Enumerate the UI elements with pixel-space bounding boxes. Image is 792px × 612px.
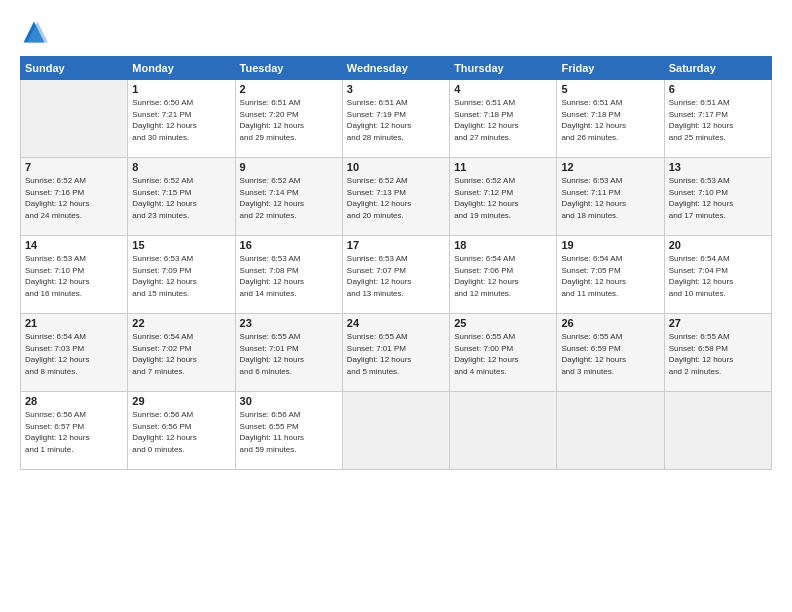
day-number: 20 bbox=[669, 239, 767, 251]
col-header-sunday: Sunday bbox=[21, 57, 128, 80]
calendar-cell: 12Sunrise: 6:53 AM Sunset: 7:11 PM Dayli… bbox=[557, 158, 664, 236]
day-info: Sunrise: 6:52 AM Sunset: 7:15 PM Dayligh… bbox=[132, 175, 230, 221]
day-number: 23 bbox=[240, 317, 338, 329]
calendar-cell bbox=[664, 392, 771, 470]
day-info: Sunrise: 6:54 AM Sunset: 7:02 PM Dayligh… bbox=[132, 331, 230, 377]
day-info: Sunrise: 6:51 AM Sunset: 7:19 PM Dayligh… bbox=[347, 97, 445, 143]
day-info: Sunrise: 6:52 AM Sunset: 7:14 PM Dayligh… bbox=[240, 175, 338, 221]
col-header-thursday: Thursday bbox=[450, 57, 557, 80]
calendar-cell: 6Sunrise: 6:51 AM Sunset: 7:17 PM Daylig… bbox=[664, 80, 771, 158]
calendar-table: SundayMondayTuesdayWednesdayThursdayFrid… bbox=[20, 56, 772, 470]
col-header-tuesday: Tuesday bbox=[235, 57, 342, 80]
col-header-friday: Friday bbox=[557, 57, 664, 80]
calendar-cell: 18Sunrise: 6:54 AM Sunset: 7:06 PM Dayli… bbox=[450, 236, 557, 314]
calendar-cell: 22Sunrise: 6:54 AM Sunset: 7:02 PM Dayli… bbox=[128, 314, 235, 392]
calendar-cell: 13Sunrise: 6:53 AM Sunset: 7:10 PM Dayli… bbox=[664, 158, 771, 236]
day-info: Sunrise: 6:55 AM Sunset: 6:58 PM Dayligh… bbox=[669, 331, 767, 377]
day-info: Sunrise: 6:50 AM Sunset: 7:21 PM Dayligh… bbox=[132, 97, 230, 143]
calendar-cell: 26Sunrise: 6:55 AM Sunset: 6:59 PM Dayli… bbox=[557, 314, 664, 392]
day-info: Sunrise: 6:53 AM Sunset: 7:10 PM Dayligh… bbox=[25, 253, 123, 299]
calendar-cell: 16Sunrise: 6:53 AM Sunset: 7:08 PM Dayli… bbox=[235, 236, 342, 314]
calendar-cell: 24Sunrise: 6:55 AM Sunset: 7:01 PM Dayli… bbox=[342, 314, 449, 392]
day-info: Sunrise: 6:56 AM Sunset: 6:57 PM Dayligh… bbox=[25, 409, 123, 455]
day-info: Sunrise: 6:55 AM Sunset: 7:01 PM Dayligh… bbox=[240, 331, 338, 377]
day-number: 4 bbox=[454, 83, 552, 95]
day-number: 8 bbox=[132, 161, 230, 173]
day-number: 19 bbox=[561, 239, 659, 251]
calendar-cell: 29Sunrise: 6:56 AM Sunset: 6:56 PM Dayli… bbox=[128, 392, 235, 470]
calendar-cell: 3Sunrise: 6:51 AM Sunset: 7:19 PM Daylig… bbox=[342, 80, 449, 158]
calendar-cell bbox=[342, 392, 449, 470]
day-number: 3 bbox=[347, 83, 445, 95]
day-info: Sunrise: 6:56 AM Sunset: 6:56 PM Dayligh… bbox=[132, 409, 230, 455]
calendar-cell: 5Sunrise: 6:51 AM Sunset: 7:18 PM Daylig… bbox=[557, 80, 664, 158]
calendar-cell: 17Sunrise: 6:53 AM Sunset: 7:07 PM Dayli… bbox=[342, 236, 449, 314]
day-info: Sunrise: 6:51 AM Sunset: 7:17 PM Dayligh… bbox=[669, 97, 767, 143]
week-row-3: 14Sunrise: 6:53 AM Sunset: 7:10 PM Dayli… bbox=[21, 236, 772, 314]
day-number: 28 bbox=[25, 395, 123, 407]
day-info: Sunrise: 6:53 AM Sunset: 7:07 PM Dayligh… bbox=[347, 253, 445, 299]
header-row: SundayMondayTuesdayWednesdayThursdayFrid… bbox=[21, 57, 772, 80]
day-info: Sunrise: 6:53 AM Sunset: 7:11 PM Dayligh… bbox=[561, 175, 659, 221]
day-number: 2 bbox=[240, 83, 338, 95]
day-info: Sunrise: 6:52 AM Sunset: 7:16 PM Dayligh… bbox=[25, 175, 123, 221]
calendar-cell: 4Sunrise: 6:51 AM Sunset: 7:18 PM Daylig… bbox=[450, 80, 557, 158]
week-row-1: 1Sunrise: 6:50 AM Sunset: 7:21 PM Daylig… bbox=[21, 80, 772, 158]
day-number: 10 bbox=[347, 161, 445, 173]
day-info: Sunrise: 6:52 AM Sunset: 7:12 PM Dayligh… bbox=[454, 175, 552, 221]
day-info: Sunrise: 6:55 AM Sunset: 7:01 PM Dayligh… bbox=[347, 331, 445, 377]
week-row-5: 28Sunrise: 6:56 AM Sunset: 6:57 PM Dayli… bbox=[21, 392, 772, 470]
calendar-cell bbox=[21, 80, 128, 158]
day-info: Sunrise: 6:54 AM Sunset: 7:04 PM Dayligh… bbox=[669, 253, 767, 299]
calendar-cell bbox=[450, 392, 557, 470]
calendar-cell: 27Sunrise: 6:55 AM Sunset: 6:58 PM Dayli… bbox=[664, 314, 771, 392]
day-info: Sunrise: 6:54 AM Sunset: 7:03 PM Dayligh… bbox=[25, 331, 123, 377]
day-number: 5 bbox=[561, 83, 659, 95]
day-number: 29 bbox=[132, 395, 230, 407]
logo-icon bbox=[20, 18, 48, 46]
col-header-monday: Monday bbox=[128, 57, 235, 80]
day-info: Sunrise: 6:56 AM Sunset: 6:55 PM Dayligh… bbox=[240, 409, 338, 455]
day-info: Sunrise: 6:55 AM Sunset: 6:59 PM Dayligh… bbox=[561, 331, 659, 377]
day-info: Sunrise: 6:55 AM Sunset: 7:00 PM Dayligh… bbox=[454, 331, 552, 377]
day-info: Sunrise: 6:53 AM Sunset: 7:10 PM Dayligh… bbox=[669, 175, 767, 221]
week-row-2: 7Sunrise: 6:52 AM Sunset: 7:16 PM Daylig… bbox=[21, 158, 772, 236]
day-number: 27 bbox=[669, 317, 767, 329]
calendar-cell: 21Sunrise: 6:54 AM Sunset: 7:03 PM Dayli… bbox=[21, 314, 128, 392]
calendar-cell: 15Sunrise: 6:53 AM Sunset: 7:09 PM Dayli… bbox=[128, 236, 235, 314]
day-number: 7 bbox=[25, 161, 123, 173]
day-number: 21 bbox=[25, 317, 123, 329]
logo bbox=[20, 18, 52, 46]
calendar-cell: 20Sunrise: 6:54 AM Sunset: 7:04 PM Dayli… bbox=[664, 236, 771, 314]
calendar-cell: 14Sunrise: 6:53 AM Sunset: 7:10 PM Dayli… bbox=[21, 236, 128, 314]
calendar-cell: 19Sunrise: 6:54 AM Sunset: 7:05 PM Dayli… bbox=[557, 236, 664, 314]
day-number: 14 bbox=[25, 239, 123, 251]
day-info: Sunrise: 6:54 AM Sunset: 7:06 PM Dayligh… bbox=[454, 253, 552, 299]
day-number: 12 bbox=[561, 161, 659, 173]
calendar-cell bbox=[557, 392, 664, 470]
calendar-cell: 9Sunrise: 6:52 AM Sunset: 7:14 PM Daylig… bbox=[235, 158, 342, 236]
day-number: 11 bbox=[454, 161, 552, 173]
calendar-cell: 28Sunrise: 6:56 AM Sunset: 6:57 PM Dayli… bbox=[21, 392, 128, 470]
calendar-cell: 2Sunrise: 6:51 AM Sunset: 7:20 PM Daylig… bbox=[235, 80, 342, 158]
day-info: Sunrise: 6:54 AM Sunset: 7:05 PM Dayligh… bbox=[561, 253, 659, 299]
week-row-4: 21Sunrise: 6:54 AM Sunset: 7:03 PM Dayli… bbox=[21, 314, 772, 392]
day-info: Sunrise: 6:53 AM Sunset: 7:08 PM Dayligh… bbox=[240, 253, 338, 299]
calendar-cell: 1Sunrise: 6:50 AM Sunset: 7:21 PM Daylig… bbox=[128, 80, 235, 158]
day-number: 6 bbox=[669, 83, 767, 95]
day-number: 25 bbox=[454, 317, 552, 329]
calendar-cell: 7Sunrise: 6:52 AM Sunset: 7:16 PM Daylig… bbox=[21, 158, 128, 236]
day-info: Sunrise: 6:51 AM Sunset: 7:18 PM Dayligh… bbox=[561, 97, 659, 143]
calendar-cell: 11Sunrise: 6:52 AM Sunset: 7:12 PM Dayli… bbox=[450, 158, 557, 236]
day-number: 16 bbox=[240, 239, 338, 251]
page: SundayMondayTuesdayWednesdayThursdayFrid… bbox=[0, 0, 792, 612]
day-info: Sunrise: 6:53 AM Sunset: 7:09 PM Dayligh… bbox=[132, 253, 230, 299]
header bbox=[20, 18, 772, 46]
day-number: 9 bbox=[240, 161, 338, 173]
day-number: 15 bbox=[132, 239, 230, 251]
calendar-cell: 30Sunrise: 6:56 AM Sunset: 6:55 PM Dayli… bbox=[235, 392, 342, 470]
calendar-cell: 25Sunrise: 6:55 AM Sunset: 7:00 PM Dayli… bbox=[450, 314, 557, 392]
day-number: 13 bbox=[669, 161, 767, 173]
calendar-cell: 10Sunrise: 6:52 AM Sunset: 7:13 PM Dayli… bbox=[342, 158, 449, 236]
day-info: Sunrise: 6:51 AM Sunset: 7:20 PM Dayligh… bbox=[240, 97, 338, 143]
